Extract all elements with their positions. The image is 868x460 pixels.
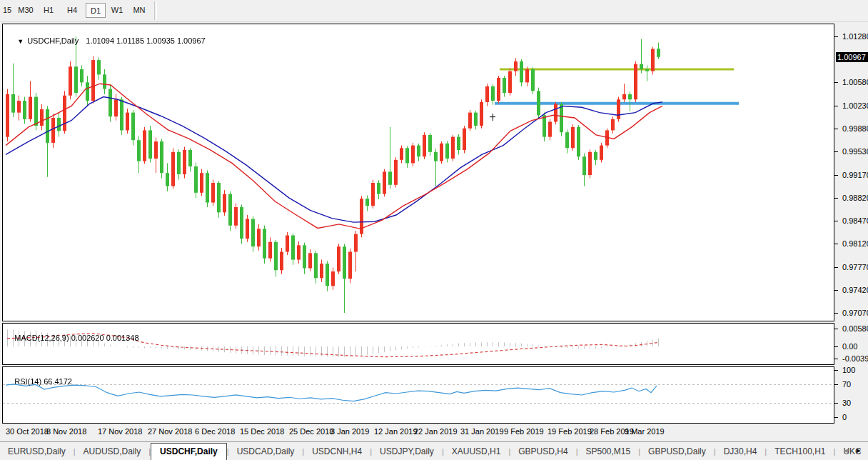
- timeframe-button-d1[interactable]: D1: [86, 3, 106, 18]
- tab-scroll-right-icon[interactable]: ►: [855, 446, 862, 454]
- price-axis-label: 0.98470: [842, 216, 868, 225]
- rsi-axis-label: 70: [842, 380, 851, 389]
- price-axis-label-tick: [834, 151, 838, 152]
- chart-quote-values: 1.01094 1.01185 1.00935 1.00967: [86, 36, 205, 45]
- price-axis-label-tick: [834, 198, 838, 199]
- price-axis-label: 0.98120: [842, 239, 868, 248]
- price-axis-label-tick: [834, 82, 838, 83]
- macd-signal-value: 0.001348: [106, 334, 139, 342]
- chart-symbol: USDCHF,Daily: [27, 36, 79, 45]
- macd-label: MACD(12,26,9) 0.002620 0.001348: [6, 325, 139, 351]
- rsi-axis-label-tick: [834, 384, 838, 385]
- tab-eurusd-daily[interactable]: EURUSD,Daily: [0, 444, 74, 459]
- tab-gbpusd-h4[interactable]: GBPUSD,H4: [510, 444, 575, 459]
- price-axis-label: 0.99530: [842, 147, 868, 156]
- macd-axis-label: 0.00: [842, 342, 857, 351]
- rsi-axis-label-tick: [834, 403, 838, 404]
- tab-usdcad-daily[interactable]: USDCAD,Daily: [229, 444, 303, 459]
- rsi-axis-label: 100: [842, 366, 855, 374]
- tab-usdjpy-daily[interactable]: USDJPY,Daily: [372, 444, 442, 459]
- tab-usdcnh-h4[interactable]: USDCNH,H4: [304, 444, 370, 459]
- price-axis[interactable]: 1.012801.005801.002300.998800.995300.991…: [834, 24, 868, 424]
- date-axis-label: 8 Nov 2018: [46, 427, 86, 436]
- price-axis-label-tick: [834, 129, 838, 129]
- current-price-tag: 1.00967: [836, 52, 868, 62]
- macd-axis-label-tick: [834, 359, 838, 359]
- macd-axis-label: -0.003945: [842, 354, 868, 363]
- price-axis-label: 0.98820: [842, 194, 868, 202]
- date-axis-label: 30 Oct 2018: [6, 427, 49, 436]
- tab-gbpusd-daily[interactable]: GBPUSD,Daily: [640, 444, 714, 459]
- price-axis-label: 0.99880: [842, 124, 868, 133]
- price-axis-label-tick: [834, 221, 838, 221]
- chart-tab-bar: EURUSD,Daily|AUDUSD,Daily|USDCHF,Daily|U…: [0, 443, 868, 460]
- date-axis-label: 17 Nov 2018: [98, 427, 142, 436]
- rsi-label: RSI(14) 66.4172: [6, 369, 72, 394]
- macd-panel[interactable]: MACD(12,26,9) 0.002620 0.001348: [2, 323, 834, 365]
- price-axis-label-tick: [834, 36, 838, 37]
- timeframe-toolbar: 15M30H1H4D1W1MN: [0, 0, 868, 22]
- price-axis-label-tick: [834, 175, 838, 176]
- tab-tech100-h1[interactable]: TECH100,H1: [767, 444, 833, 459]
- price-axis-label: 0.99170: [842, 171, 868, 179]
- chart-dropdown-icon[interactable]: ▼: [17, 38, 24, 45]
- timeframe-button-mn[interactable]: MN: [129, 3, 149, 18]
- date-axis[interactable]: 30 Oct 20188 Nov 201817 Nov 201827 Nov 2…: [0, 425, 868, 441]
- rsi-axis-label-tick: [834, 417, 838, 418]
- date-axis-label: 19 Feb 2019: [547, 427, 592, 436]
- date-axis-label: 12 Jan 2019: [374, 427, 418, 436]
- date-axis-label: 31 Jan 2019: [460, 427, 504, 436]
- tab-audusd-daily[interactable]: AUDUSD,Daily: [76, 444, 149, 459]
- date-axis-label: 25 Dec 2018: [289, 427, 333, 436]
- price-axis-label-tick: [834, 106, 838, 106]
- rsi-panel[interactable]: RSI(14) 66.4172: [2, 366, 834, 424]
- date-axis-label: 6 Dec 2018: [195, 427, 235, 436]
- date-axis-label: 9 Feb 2019: [504, 427, 544, 436]
- date-axis-label: 9 Mar 2019: [625, 427, 665, 436]
- price-axis-label: 0.97420: [842, 286, 868, 294]
- price-axis-label: 1.00580: [842, 78, 868, 86]
- price-axis-label-tick: [834, 244, 838, 244]
- date-axis-label: 22 Jan 2019: [414, 427, 458, 436]
- tab-dj30-h4[interactable]: DJ30,H4: [716, 444, 765, 459]
- timeframe-button-w1[interactable]: W1: [108, 3, 126, 18]
- rsi-canvas[interactable]: [3, 367, 834, 423]
- price-axis-label-tick: [834, 290, 838, 291]
- macd-name: MACD(12,26,9): [14, 334, 69, 342]
- rsi-value: 66.4172: [44, 377, 72, 386]
- price-axis-label: 0.97070: [842, 309, 868, 317]
- timeframe-button-m30[interactable]: M30: [14, 3, 37, 18]
- date-axis-label: 15 Dec 2018: [240, 427, 284, 436]
- macd-axis-label-tick: [834, 346, 838, 347]
- rsi-axis-label: 30: [842, 399, 851, 407]
- timeframe-button-15[interactable]: 15: [0, 3, 14, 18]
- timeframe-button-h1[interactable]: H1: [39, 3, 58, 18]
- macd-axis-label: 0.005802: [842, 324, 868, 333]
- price-axis-label-tick: [834, 267, 838, 268]
- tab-ukc[interactable]: UKC: [835, 444, 868, 459]
- price-axis-label: 1.01280: [842, 32, 868, 41]
- rsi-name: RSI(14): [14, 377, 41, 386]
- main-chart-panel[interactable]: ▼USDCHF,Daily1.01094 1.01185 1.00935 1.0…: [2, 24, 834, 321]
- tab-sp500-m15[interactable]: SP500,M15: [578, 444, 639, 459]
- date-axis-label: 27 Nov 2018: [148, 427, 192, 436]
- tab-usdchf-daily[interactable]: USDCHF,Daily: [151, 443, 227, 460]
- price-axis-label: 1.00230: [842, 101, 868, 110]
- chart-title: ▼USDCHF,Daily1.01094 1.01185 1.00935 1.0…: [9, 28, 206, 54]
- toolbar-separator: [154, 1, 157, 20]
- price-axis-label: 0.97770: [842, 263, 868, 271]
- tab-scroll-left-icon[interactable]: ◄: [842, 446, 849, 454]
- macd-main-value: 0.002620: [71, 334, 104, 342]
- rsi-axis-label-tick: [834, 370, 838, 371]
- rsi-axis-label: 0: [842, 413, 847, 421]
- date-axis-label: 3 Jan 2019: [330, 427, 369, 436]
- price-axis-label-tick: [834, 313, 838, 314]
- main-chart-canvas[interactable]: [3, 24, 834, 321]
- timeframe-button-h4[interactable]: H4: [63, 3, 81, 18]
- macd-axis-label-tick: [834, 329, 838, 329]
- tab-xauusd-h1[interactable]: XAUUSD,H1: [444, 444, 509, 459]
